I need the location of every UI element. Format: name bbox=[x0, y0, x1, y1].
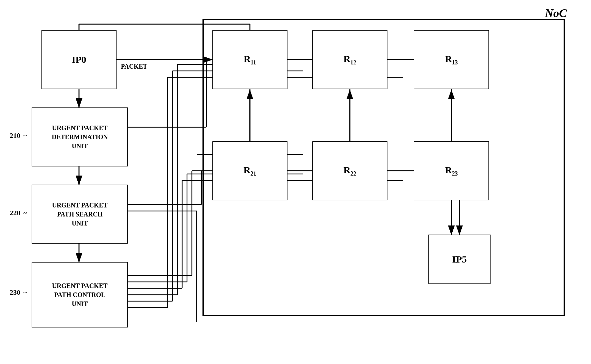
tilde-230: ~ bbox=[23, 288, 27, 297]
r13-box: R13 bbox=[414, 31, 488, 89]
packet-label: PACKET bbox=[121, 63, 147, 70]
r12-box: R12 bbox=[313, 31, 387, 89]
r22-box: R22 bbox=[313, 142, 387, 200]
ref-210: 210 bbox=[10, 131, 20, 140]
r13-label: R13 bbox=[445, 53, 458, 66]
ip0-box: IP0 bbox=[42, 31, 116, 89]
diagram-container: IP0 NoC PACKET R11 R12 R13 R21 R22 R2 bbox=[0, 0, 591, 364]
ref-220: 220 bbox=[10, 209, 20, 217]
ip0-label: IP0 bbox=[72, 54, 86, 65]
ip5-label: IP5 bbox=[452, 254, 467, 265]
r12-label: R12 bbox=[343, 53, 356, 66]
unit-230-box: URGENT PACKETPATH CONTROLUNIT bbox=[32, 263, 127, 327]
tilde-220: ~ bbox=[23, 209, 27, 217]
r23-box: R23 bbox=[414, 142, 488, 200]
unit-210-box: URGENT PACKETDETERMINATIONUNIT bbox=[32, 108, 127, 166]
r21-box: R21 bbox=[213, 142, 287, 200]
unit-210-label: URGENT PACKETDETERMINATIONUNIT bbox=[52, 123, 108, 150]
noc-label: NoC bbox=[545, 6, 567, 20]
r21-label: R21 bbox=[243, 165, 256, 177]
ref-230: 230 bbox=[10, 288, 20, 297]
r23-label: R23 bbox=[445, 165, 458, 177]
tilde-210: ~ bbox=[23, 131, 27, 140]
ip5-box: IP5 bbox=[429, 235, 490, 283]
r11-box: R11 bbox=[213, 31, 287, 89]
unit-220-label: URGENT PACKETPATH SEARCHUNIT bbox=[52, 201, 107, 228]
r22-label: R22 bbox=[343, 165, 356, 177]
unit-220-box: URGENT PACKETPATH SEARCHUNIT bbox=[32, 185, 127, 243]
unit-230-label: URGENT PACKETPATH CONTROLUNIT bbox=[52, 281, 107, 308]
r11-label: R11 bbox=[244, 53, 256, 66]
